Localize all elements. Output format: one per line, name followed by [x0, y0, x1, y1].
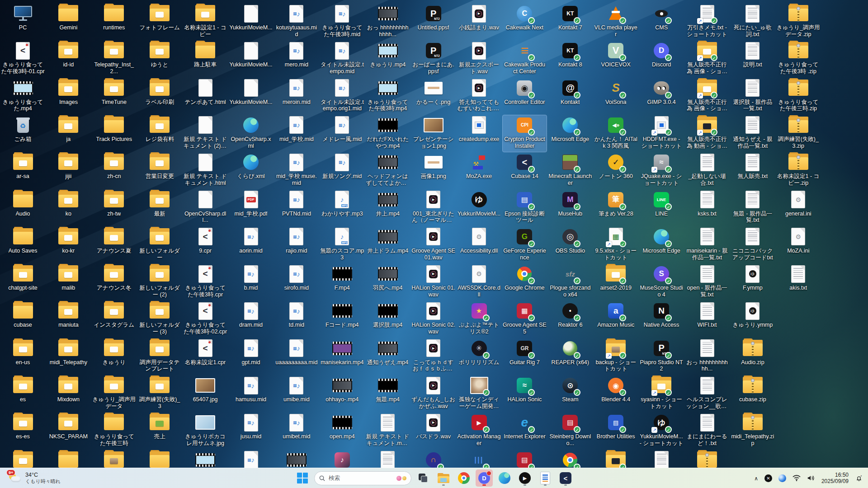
desktop-icon[interactable]: <きゅうり食ってた午後3時-02.cpr [184, 301, 227, 338]
desktop-icon[interactable]: ▶✓Activation Manager [457, 413, 501, 449]
desktop-icon[interactable]: ▶001_東北ぎりたん（ノーマル）_今じゃ... [411, 190, 455, 226]
tray-x-app-button[interactable]: ✕ [762, 470, 774, 486]
desktop-icon[interactable]: ✓airset2-2019 [594, 264, 638, 300]
desktop-icon[interactable]: ✓Microsoft Edge [640, 227, 684, 263]
desktop-icon[interactable]: ⚙general.ini [776, 190, 820, 226]
desktop-icon[interactable]: 筆✓筆まめ Ver.28 [594, 190, 638, 226]
desktop-icon[interactable]: open.mp4 [320, 413, 364, 449]
desktop-icon[interactable]: ▦✓Groove Agent SE 5 [503, 301, 547, 338]
desktop-icon[interactable]: レジ袋有料 [138, 115, 182, 152]
desktop-icon[interactable]: ▦♪aorin.mid [229, 227, 273, 263]
desktop-icon[interactable]: 調声練習(失敗)_3 [138, 375, 182, 412]
desktop-icon[interactable]: ゆ✓↗YukkuriMovieM... - ショートカット [640, 413, 684, 449]
desktop-icon[interactable]: Gemini [47, 4, 90, 40]
desktop-icon[interactable]: Auto Saves [1, 227, 45, 263]
desktop-icon[interactable]: ar-sa [1, 152, 45, 189]
desktop-icon[interactable]: PNT2✓Piapro Studio NT2 [640, 338, 684, 375]
desktop-icon[interactable]: ▦♪td.mid [274, 301, 318, 338]
desktop-icon[interactable]: おっ hhhhhhhhhhhhh... [366, 4, 410, 40]
desktop-icon[interactable]: midi_Telepathy [47, 338, 90, 375]
desktop-icon[interactable]: フォトフレーム [138, 4, 182, 40]
desktop-icon[interactable]: ▦♪mid_学校 muse.mid [274, 152, 318, 189]
desktop-icon[interactable]: Telepathy_Inst_2... [92, 41, 136, 77]
desktop-icon[interactable]: 調声練習(失敗)_3.zip [776, 115, 820, 152]
desktop-icon[interactable]: ゆうと [138, 41, 182, 77]
desktop-icon[interactable]: ✓REAPER (x64) [548, 338, 592, 375]
cubase-button[interactable]: < [557, 469, 574, 487]
desktop-icon[interactable]: ▦♪新規ソング.mid [320, 152, 364, 189]
desktop-icon[interactable]: ▦♪mid_学校.mid [274, 115, 318, 152]
chrome-button[interactable] [455, 469, 472, 487]
desktop-icon[interactable]: _起動しない場合.txt [685, 152, 729, 189]
explorer-button[interactable] [435, 469, 452, 487]
desktop-icon[interactable]: TimeTune [92, 78, 136, 115]
desktop-icon[interactable]: <名称未設定1.cpr [184, 338, 227, 375]
desktop-icon[interactable]: ⚙AWSSDK.Core.dll [457, 264, 501, 300]
desktop-icon[interactable]: jijii [47, 152, 90, 189]
desktop-icon[interactable]: Track Pictures [92, 115, 136, 152]
desktop-icon[interactable]: ◉✓Controller Editor [503, 78, 547, 115]
desktop-icon[interactable]: きゅうり [92, 338, 136, 375]
desktop-icon[interactable]: ▦♪mero.mid [274, 41, 318, 77]
desktop-icon[interactable]: 営業日変更 [138, 152, 182, 189]
desktop-icon[interactable]: PDFmid_学校.pdf [229, 190, 273, 226]
desktop-icon[interactable]: おっ hhhhhhhhhhh... [685, 338, 729, 375]
desktop-icon[interactable]: open - 親作品一覧.txt [685, 264, 729, 300]
desktop-icon[interactable]: YukkuriMovieM... [229, 41, 273, 77]
desktop-icon[interactable]: 最新 [138, 190, 182, 226]
desktop-icon[interactable]: midi_Telepathy.zip [731, 413, 774, 449]
tray-blue-app-button[interactable] [776, 470, 788, 486]
desktop-icon[interactable]: ✳✓ポリリリリズム [457, 338, 501, 375]
desktop-icon[interactable]: ▶新規エクスポート.wav [457, 41, 501, 77]
notification-bell-button[interactable]: z [853, 470, 865, 486]
desktop-icon[interactable]: ◀»✓かんたん！ AITalk 3 関西風 [594, 115, 638, 152]
desktop-icon[interactable]: ▶HALion Sonic 01.wav [411, 264, 455, 300]
desktop-icon[interactable]: ▶こってゅｈｄすおｆｄｓｂふぉ.wav [411, 338, 455, 375]
desktop-icon[interactable]: きゅうり_調声用データ [92, 375, 136, 412]
desktop-icon[interactable]: かるーく.png [411, 78, 455, 115]
desktop-icon[interactable]: YukkuriMovieM... [229, 4, 273, 40]
volume-button[interactable] [805, 470, 817, 486]
desktop-icon[interactable]: ニコニコバックアップコードtxt [731, 227, 774, 263]
desktop-icon[interactable]: 新しいフォルダー (3) [138, 301, 182, 338]
desktop-icon[interactable]: 65407.jpg [184, 375, 227, 412]
desktop-icon[interactable]: Images [47, 78, 90, 115]
desktop-icon[interactable]: ▦♪PVTNd.mid [274, 190, 318, 226]
desktop-icon[interactable]: 無題 - 親作品一覧.txt [731, 190, 774, 226]
desktop-icon[interactable]: アナウンス冬 [92, 264, 136, 300]
desktop-icon[interactable]: ▦♪kotusytuaaus.mid [274, 4, 318, 40]
desktop-icon[interactable]: ⚙MoZA.ini [776, 227, 820, 263]
desktop-icon[interactable]: ✓↗無人販売不正行為 動画 - ショートカット [685, 115, 729, 152]
desktop-icon[interactable]: 通知うぜえ.mp4 [366, 338, 410, 375]
desktop-icon[interactable]: ksks.txt [685, 190, 729, 226]
search-input[interactable]: 検索 [314, 471, 411, 485]
desktop-icon[interactable]: 新規 テキスト ドキュメント.musicxml [366, 413, 410, 449]
desktop-icon[interactable]: cubase.zip [731, 375, 774, 412]
desktop-icon[interactable]: ヘルスコンプレッション__歌詞.txt [685, 375, 729, 412]
desktop-icon[interactable]: 名称未設定1 - コピー.zip [776, 152, 820, 189]
desktop-icon[interactable]: cubase [1, 301, 45, 338]
desktop-icon[interactable]: 通知うぜえ - 親作品一覧.txt [731, 115, 774, 152]
desktop-icon[interactable]: ゆF.ymmp [731, 264, 774, 300]
desktop-icon[interactable]: 選択肢.mp4 [366, 301, 410, 338]
desktop-icon[interactable]: ≈✓HALion Sonic [503, 375, 547, 412]
desktop-icon[interactable]: KT✓Kontakt 8 [548, 41, 592, 77]
desktop-icon[interactable]: S✓MuseScore Studio 4 [640, 264, 684, 300]
desktop-icon[interactable]: manisekarin.mp4 [320, 338, 364, 375]
notes-button[interactable] [537, 469, 554, 487]
desktop-icon[interactable]: ▦♪タイトル未設定.tempo.mid [320, 41, 364, 77]
desktop-icon[interactable]: LINE✓LINE [640, 190, 684, 226]
desktop-icon[interactable]: sfz✓Plogue sforzando x64 [548, 264, 592, 300]
desktop-icon[interactable]: ▶ずんだもん_しおかぜふ.wav [411, 375, 455, 412]
desktop-icon[interactable]: きゅうり食ってた午後3時.mp4 [366, 78, 410, 115]
desktop-icon[interactable]: Mixdown [47, 375, 90, 412]
desktop-icon[interactable]: ✓↗無人販売不正行為 画像 - ショートカット [685, 78, 729, 115]
desktop-icon[interactable]: 新規 テキスト ドキュメント.html [184, 152, 227, 189]
desktop-icon[interactable]: きゅうり食ってた午後三時 [92, 413, 136, 449]
weather-widget[interactable]: 9+ 34°C くもり時々晴れ [5, 469, 64, 487]
desktop-icon[interactable]: ≡✓Cakewalk Product Center [503, 41, 547, 77]
desktop-icon[interactable]: ▦♪sirofo.mid [274, 264, 318, 300]
desktop-icon[interactable]: ✓↗万引きメモ.txt - ショートカット [685, 4, 729, 40]
desktop-icon[interactable]: <きゅうり食ってた午後3時-01.cpr [1, 41, 45, 77]
desktop-icon[interactable]: OpenCvSharp.dll... [184, 190, 227, 226]
